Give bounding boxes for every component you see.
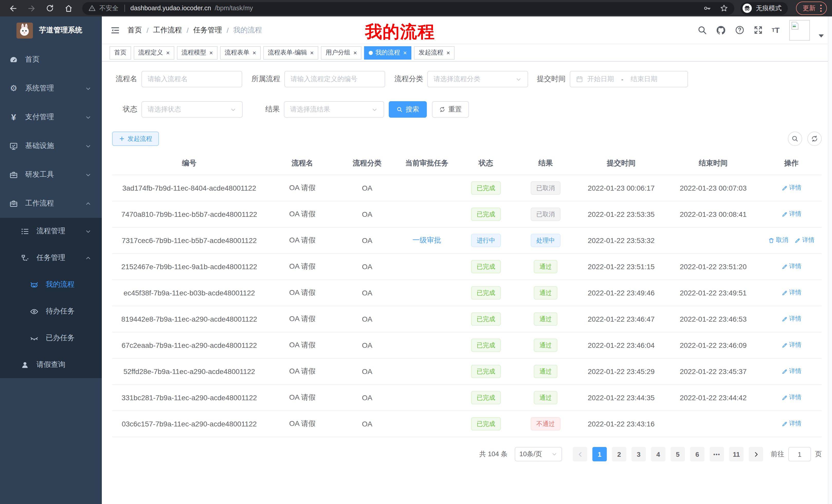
- action-详情[interactable]: 详情: [781, 367, 801, 376]
- sidebar-item-label: 首页: [25, 55, 40, 64]
- action-label: 详情: [789, 419, 801, 428]
- tab-首页[interactable]: 首页: [109, 46, 131, 59]
- breadcrumb-item[interactable]: 首页: [128, 25, 142, 35]
- filter-label: 提交时间: [533, 75, 570, 84]
- filter-select-状态[interactable]: 请选择状态: [141, 101, 243, 118]
- page-ellipsis[interactable]: •••: [710, 447, 724, 461]
- toggle-search-button[interactable]: [788, 132, 802, 146]
- tab-用户分组[interactable]: 用户分组×: [321, 46, 362, 59]
- sidebar-item-支付管理[interactable]: ¥支付管理: [0, 103, 102, 132]
- sidebar-item-任务管理[interactable]: 任务管理: [0, 245, 102, 271]
- page-button-11[interactable]: 11: [729, 447, 744, 461]
- sidebar-item-label: 基础设施: [25, 141, 54, 150]
- tab-流程定义[interactable]: 流程定义×: [134, 46, 174, 59]
- app-logo: [17, 22, 33, 38]
- close-icon[interactable]: ×: [253, 50, 256, 56]
- page-button-6[interactable]: 6: [690, 447, 704, 461]
- action-详情[interactable]: 详情: [781, 184, 801, 192]
- close-icon[interactable]: ×: [353, 50, 357, 56]
- close-icon[interactable]: ×: [310, 50, 314, 56]
- action-详情[interactable]: 详情: [781, 393, 801, 402]
- filter-select-流程分类[interactable]: 请选择流程分类: [427, 71, 528, 87]
- sidebar-item-请假查询[interactable]: 请假查询: [0, 352, 102, 378]
- task-link[interactable]: 一级审批: [412, 236, 441, 244]
- security-label[interactable]: 不安全: [99, 4, 119, 12]
- sidebar-item-系统管理[interactable]: ⚙系统管理: [0, 74, 102, 103]
- action-取消[interactable]: 取消: [768, 236, 788, 245]
- result-badge: 通过: [534, 339, 557, 352]
- next-page-button[interactable]: [749, 447, 763, 461]
- scrollbar[interactable]: [828, 17, 832, 504]
- avatar-caret-icon[interactable]: [818, 34, 824, 37]
- search-button[interactable]: 搜索: [389, 101, 427, 118]
- close-icon[interactable]: ×: [403, 50, 407, 56]
- close-icon[interactable]: ×: [446, 50, 450, 56]
- address-bar[interactable]: 不安全 dashboard.yudao.iocoder.cn/bpm/task/…: [82, 2, 734, 15]
- close-icon[interactable]: ×: [209, 50, 213, 56]
- github-icon[interactable]: [716, 25, 726, 35]
- hamburger-icon[interactable]: [110, 25, 120, 35]
- filter-daterange-提交时间[interactable]: 开始日期-结束日期: [570, 71, 688, 87]
- sidebar-item-研发工具[interactable]: 研发工具: [0, 160, 102, 189]
- action-详情[interactable]: 详情: [781, 288, 801, 297]
- sidebar-item-首页[interactable]: 首页: [0, 45, 102, 74]
- sidebar-item-基础设施[interactable]: 基础设施: [0, 132, 102, 160]
- page-button-3[interactable]: 3: [631, 447, 646, 461]
- page-button-4[interactable]: 4: [651, 447, 666, 461]
- sidebar-item-待办任务[interactable]: 待办任务: [0, 298, 102, 325]
- action-详情[interactable]: 详情: [781, 210, 801, 219]
- update-label[interactable]: 更新: [803, 4, 815, 12]
- page-button-5[interactable]: 5: [671, 447, 685, 461]
- action-详情[interactable]: 详情: [781, 315, 801, 324]
- action-详情[interactable]: 详情: [781, 262, 801, 271]
- page-size-select[interactable]: 10条/页: [515, 447, 562, 461]
- forward-icon[interactable]: [24, 2, 39, 15]
- help-icon[interactable]: [734, 25, 744, 35]
- action-详情[interactable]: 详情: [781, 341, 801, 349]
- breadcrumb-item[interactable]: 工作流程: [153, 25, 182, 35]
- close-icon[interactable]: ×: [166, 50, 170, 56]
- app-logo-row[interactable]: 芋道管理系统: [0, 17, 102, 44]
- chrome-update-button[interactable]: 更新: [796, 2, 827, 15]
- cell-id: 52ffd28e-7b9a-11ec-a290-acde48001122: [112, 358, 266, 385]
- sidebar-item-流程管理[interactable]: 流程管理: [0, 218, 102, 245]
- page-button-2[interactable]: 2: [612, 447, 626, 461]
- bookmark-star-icon[interactable]: [720, 4, 728, 12]
- password-key-icon[interactable]: [703, 4, 711, 12]
- sidebar-item-我的流程[interactable]: 我的流程: [0, 271, 102, 298]
- home-icon[interactable]: [61, 2, 76, 15]
- action-详情[interactable]: 详情: [795, 236, 814, 245]
- breadcrumb-item[interactable]: 任务管理: [193, 25, 222, 35]
- incognito-icon: [743, 4, 752, 13]
- filter-input-流程名[interactable]: 请输入流程名: [141, 71, 242, 87]
- create-process-button[interactable]: 发起流程: [112, 132, 159, 146]
- filter-input-所属流程[interactable]: 请输入流程定义的编号: [284, 71, 385, 87]
- sidebar-item-已办任务[interactable]: 已办任务: [0, 325, 102, 352]
- tab-流程表单[interactable]: 流程表单×: [220, 46, 261, 59]
- sidebar-item-label: 支付管理: [25, 113, 54, 122]
- cell-actions: 详情: [761, 411, 822, 437]
- filter-select-结果[interactable]: 请选择流结果: [284, 101, 384, 118]
- avatar[interactable]: [789, 20, 810, 40]
- tab-我的流程[interactable]: 我的流程×: [364, 46, 411, 59]
- back-icon[interactable]: [5, 2, 21, 15]
- prev-page-button[interactable]: [573, 447, 587, 461]
- sidebar-item-工作流程[interactable]: 工作流程: [0, 189, 102, 218]
- refresh-button[interactable]: [807, 132, 822, 146]
- sidebar-menu: 首页⚙系统管理¥支付管理基础设施研发工具工作流程流程管理任务管理我的流程待办任务…: [0, 45, 102, 378]
- reload-icon[interactable]: [42, 2, 58, 15]
- tab-流程表单-编辑[interactable]: 流程表单-编辑×: [263, 46, 318, 59]
- cell-category: OA: [338, 411, 396, 437]
- font-size-icon[interactable]: TT: [772, 26, 780, 34]
- action-详情[interactable]: 详情: [781, 419, 801, 428]
- filter-label: 所属流程: [247, 75, 284, 84]
- browser-menu-icon[interactable]: [820, 5, 822, 12]
- tab-发起流程[interactable]: 发起流程×: [414, 46, 454, 59]
- fullscreen-icon[interactable]: [753, 25, 763, 35]
- action-label: 详情: [789, 393, 801, 402]
- page-button-1[interactable]: 1: [592, 447, 607, 461]
- goto-page-input[interactable]: 1: [788, 447, 811, 461]
- tab-流程模型[interactable]: 流程模型×: [177, 46, 217, 59]
- search-icon[interactable]: [697, 25, 707, 35]
- reset-button[interactable]: 重置: [432, 101, 469, 118]
